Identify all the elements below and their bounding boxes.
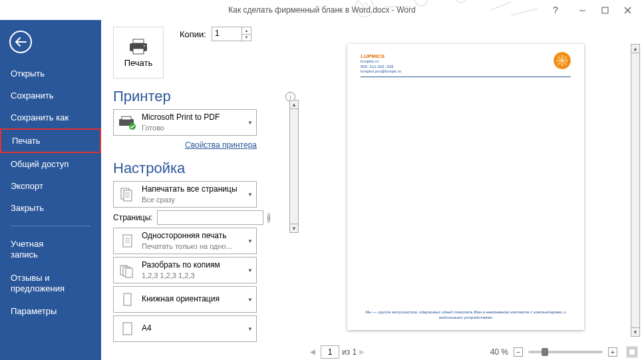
settings-scrollbar[interactable]: ▲ ▼ [289, 100, 299, 233]
svg-rect-9 [133, 49, 144, 54]
printer-name: Microsoft Print to PDF [142, 112, 240, 123]
paper-title: A4 [142, 323, 240, 334]
printer-selector[interactable]: Microsoft Print to PDF Готово ▼ [113, 109, 257, 136]
fit-to-page-button[interactable] [627, 347, 637, 357]
preview-company: LUPMICS [361, 53, 571, 59]
help-button[interactable]: ? [547, 1, 564, 19]
preview-phone: 000 -111-222 -333 [361, 65, 571, 70]
orientation-selector[interactable]: Книжная ориентация ▼ [113, 286, 257, 313]
zoom-in-button[interactable]: + [608, 347, 617, 357]
print-button-label: Печать [124, 58, 153, 68]
copies-spinner: ▲ ▼ [242, 27, 251, 41]
preview-page: LUPMICS lumpics.ru 000 -111-222 -333 lum… [347, 44, 584, 330]
preview-footer-bar: ◀ из 1 ▶ 40 % − + [301, 343, 644, 360]
svg-rect-27 [123, 323, 132, 335]
print-settings-panel: Печать Копии: 1 ▲ ▼ Принтер i [101, 20, 301, 360]
preview-scrollbar[interactable]: ▲ ▼ [631, 44, 641, 337]
svg-rect-12 [122, 116, 131, 120]
nav-feedback[interactable]: Отзывы и предложения [0, 267, 101, 301]
main-area: Печать Копии: 1 ▲ ▼ Принтер i [101, 20, 644, 360]
pages-input[interactable] [157, 210, 263, 225]
copies-input[interactable]: 1 ▲ ▼ [212, 27, 251, 41]
copies-up[interactable]: ▲ [242, 27, 251, 35]
close-button[interactable] [616, 1, 639, 19]
titlebar: Как сделать фирменный бланк в Word.docx … [0, 0, 644, 20]
svg-rect-4 [602, 7, 608, 13]
nav-share[interactable]: Общий доступ [0, 153, 101, 175]
scroll-track[interactable] [631, 53, 640, 327]
collate-icon [118, 261, 136, 279]
next-page-button[interactable]: ▶ [357, 346, 367, 358]
preview-email: lumpics.pro@lumpic.ru [361, 69, 571, 75]
backstage-sidebar: Открыть Сохранить Сохранить как Печать О… [0, 20, 101, 360]
sides-sub: Печатать только на одно... [142, 242, 240, 251]
nav-save[interactable]: Сохранить [0, 85, 101, 106]
print-scope-title: Напечатать все страницы [142, 184, 240, 195]
copies-value[interactable]: 1 [212, 27, 242, 41]
svg-point-2 [456, 0, 466, 3]
nav-account[interactable]: Учетная запись [0, 233, 101, 267]
zoom-thumb[interactable] [542, 348, 548, 356]
zoom-slider[interactable] [528, 351, 603, 353]
pages-icon [118, 185, 136, 204]
nav-separator [11, 226, 90, 226]
collate-sub: 1,2,3 1,2,3 1,2,3 [142, 271, 240, 280]
svg-point-13 [129, 123, 136, 130]
chevron-down-icon: ▼ [245, 192, 255, 198]
maximize-button[interactable] [593, 1, 616, 19]
nav-close[interactable]: Закрыть [0, 197, 101, 219]
zoom-out-button[interactable]: − [514, 347, 523, 357]
pages-row: Страницы: i [113, 210, 257, 225]
print-preview-panel: LUPMICS lumpics.ru 000 -111-222 -333 lum… [301, 20, 644, 360]
paper-icon [118, 319, 136, 338]
pages-label: Страницы: [113, 213, 153, 222]
collate-selector[interactable]: Разобрать по копиям 1,2,3 1,2,3 1,2,3 ▼ [113, 257, 257, 283]
nav-export[interactable]: Экспорт [0, 175, 101, 197]
portrait-icon [118, 290, 136, 309]
preview-header-rule [361, 77, 571, 77]
copies-down[interactable]: ▼ [242, 35, 251, 41]
print-scope-selector[interactable]: Напечатать все страницы Все сразу ▼ [113, 181, 257, 208]
svg-point-1 [415, 0, 427, 6]
zoom-controls: 40 % − + [490, 347, 637, 357]
nav-open[interactable]: Открыть [0, 63, 101, 85]
scroll-track[interactable] [289, 109, 299, 224]
scroll-up-icon[interactable]: ▲ [631, 44, 640, 53]
nav-options[interactable]: Параметры [0, 300, 101, 322]
printer-properties-link[interactable]: Свойства принтера [185, 140, 257, 150]
svg-rect-8 [133, 39, 144, 43]
pages-info-icon[interactable]: i [267, 213, 271, 223]
single-side-icon [118, 232, 136, 250]
printer-status: Готово [142, 123, 240, 132]
print-scope-sub: Все сразу [142, 195, 240, 204]
arrow-left-icon [15, 37, 27, 47]
prev-page-button[interactable]: ◀ [307, 346, 318, 358]
svg-rect-26 [124, 293, 131, 305]
sides-title: Односторонняя печать [142, 231, 240, 242]
svg-rect-25 [126, 268, 132, 277]
print-button[interactable]: Печать [113, 27, 164, 79]
svg-point-0 [355, 0, 374, 17]
printer-icon [128, 38, 148, 55]
svg-rect-15 [124, 190, 132, 201]
nav-save-as[interactable]: Сохранить как [0, 106, 101, 128]
chevron-down-icon: ▼ [245, 238, 255, 244]
svg-rect-33 [629, 349, 635, 355]
zoom-value: 40 % [490, 347, 508, 357]
scroll-down-icon[interactable]: ▼ [289, 224, 299, 233]
sides-selector[interactable]: Односторонняя печать Печатать только на … [113, 228, 257, 254]
chevron-down-icon: ▼ [245, 120, 255, 126]
copies-row: Копии: 1 ▲ ▼ [180, 27, 251, 41]
svg-point-10 [144, 45, 146, 47]
back-button[interactable] [9, 31, 32, 53]
copies-label: Копии: [180, 29, 206, 39]
minimize-button[interactable] [571, 1, 593, 19]
scroll-down-icon[interactable]: ▼ [631, 327, 640, 337]
preview-logo [554, 52, 571, 69]
orange-icon [555, 53, 569, 68]
paper-selector[interactable]: A4 ▼ [113, 315, 257, 342]
page-number-input[interactable] [321, 345, 339, 359]
printer-status-icon [118, 113, 136, 132]
scroll-up-icon[interactable]: ▲ [289, 100, 299, 109]
nav-print[interactable]: Печать [0, 128, 101, 153]
